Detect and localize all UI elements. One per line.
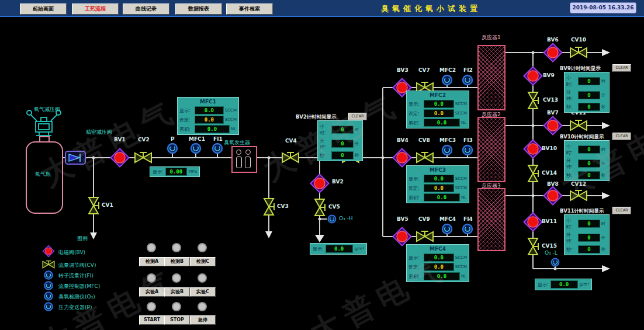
row-label: 累积: <box>179 126 193 133</box>
emergency-stop-button[interactable]: 急停 <box>190 315 216 325</box>
ozone-generator-lamp-icon <box>245 150 251 155</box>
bv11-label: BV11 <box>542 218 557 224</box>
ozone-generator-slot-icon <box>245 157 251 168</box>
cv11-valve-icon[interactable] <box>570 120 587 130</box>
setpoint-input[interactable]: 0.0 <box>424 263 454 271</box>
bv10-label: BV10 <box>542 145 557 151</box>
cv2-valve-icon[interactable] <box>135 152 151 162</box>
row-label: 秒: <box>566 104 577 110</box>
o3-low-sensor-icon <box>552 259 559 266</box>
unit-label: SCCM <box>225 117 237 122</box>
fi2-rotameter-icon <box>463 75 472 85</box>
row-label: 累积: <box>408 273 423 280</box>
bv9-timer-clear-button[interactable]: CLEAR <box>612 64 631 72</box>
bv2-timer-clear-button[interactable]: CLEAR <box>348 113 367 120</box>
experiment-a-button[interactable]: 实验A <box>139 287 165 297</box>
cv1-valve-icon[interactable] <box>89 197 99 214</box>
value-display: 0 <box>578 171 600 179</box>
bv9-valve-icon[interactable] <box>524 67 542 85</box>
row-label: 设定: <box>408 185 423 192</box>
cv8-valve-icon[interactable] <box>417 152 433 162</box>
value-display: 0.0 <box>424 175 454 183</box>
lamp-experiment-a <box>147 273 156 283</box>
bv6-valve-icon[interactable] <box>543 43 562 61</box>
cv3-valve-icon[interactable] <box>264 199 274 215</box>
bv8-valve-icon[interactable] <box>543 186 562 204</box>
row-label: 秒: <box>320 152 330 159</box>
experiment-b-button[interactable]: 实验B <box>164 287 190 297</box>
bv11-valve-icon[interactable] <box>524 213 542 231</box>
row-label: 设定: <box>408 264 423 270</box>
detect-b-button[interactable]: 检测B <box>164 257 190 266</box>
lamp-detect-c <box>198 243 207 252</box>
detect-a-button[interactable]: 检测A <box>139 257 165 266</box>
mfc4-instrument-icon <box>442 224 452 234</box>
cv10-valve-icon[interactable] <box>570 47 587 57</box>
mfc2-label: MFC2 <box>439 67 456 73</box>
bv2-valve-icon[interactable] <box>310 174 328 192</box>
bv5-valve-icon[interactable] <box>393 227 411 245</box>
unit-label: SCCM <box>455 255 467 260</box>
mfc3-panel: MFC3 显示:0.0SCCM 设定:0.0SCCM 累积:0.0NL <box>406 165 469 203</box>
bv11-timer-panel: 小时:0时 分钟:0分 秒:0秒 <box>564 214 610 255</box>
value-display: 0.0 <box>424 253 454 262</box>
setpoint-input[interactable]: 0.0 <box>424 109 454 117</box>
mfc1-panel: MFC1 显示:0.0SCCM 设定:0.0SCCM 累积:0.0NL <box>177 97 239 135</box>
setpoint-input[interactable]: 0.0 <box>424 184 454 192</box>
value-display: 0 <box>331 126 354 134</box>
row-label: 小时: <box>320 123 330 136</box>
mfc3-panel-title: MFC3 <box>408 167 467 173</box>
fi3-rotameter-icon <box>463 145 472 155</box>
cv7-label: CV7 <box>418 67 430 73</box>
unit-label: SCCM <box>225 108 237 113</box>
cv3-label: CV3 <box>277 203 289 209</box>
unit-label: 秒 <box>601 104 607 110</box>
start-button[interactable]: START <box>139 315 165 325</box>
cv13-valve-icon[interactable] <box>528 92 538 109</box>
row-label: 小时: <box>566 143 577 156</box>
cv12-valve-icon[interactable] <box>570 190 587 200</box>
bv11-timer-clear-button[interactable]: CLEAR <box>612 207 631 214</box>
o3-high-value: 0.0 <box>326 245 353 253</box>
lamp-start <box>147 302 156 311</box>
o3-low-value: 0.0 <box>550 280 578 289</box>
cv1-label: CV1 <box>102 202 113 208</box>
value-display: 0 <box>578 145 600 154</box>
bv4-valve-icon[interactable] <box>393 148 411 166</box>
value-display: 0 <box>578 103 600 111</box>
bv10-timer-clear-button[interactable]: CLEAR <box>612 133 631 140</box>
bv3-label: BV3 <box>397 67 408 73</box>
row-label: 显示: <box>179 107 193 114</box>
fi3-label: FI3 <box>463 137 473 143</box>
display-label: 显示: <box>313 246 324 252</box>
experiment-c-button[interactable]: 实验C <box>190 287 216 297</box>
legend-pressure-transmitter-icon <box>44 303 53 311</box>
legend-item-rotameter: 转子流量计(FI) <box>58 272 94 280</box>
unit-label: g/m³ <box>355 246 364 251</box>
fi1-label: FI1 <box>213 136 223 142</box>
cv14-valve-icon[interactable] <box>528 165 538 182</box>
hmi-screen: 起始画面 工艺流程 曲线记录 数据报表 事件检索 臭氧催化氧小试装置 2019-… <box>0 0 644 330</box>
bv1-valve-icon[interactable] <box>110 148 129 166</box>
bv10-valve-icon[interactable] <box>524 140 542 158</box>
value-display: 0 <box>578 220 600 228</box>
fi4-label: FI4 <box>463 216 473 222</box>
bv6-label: BV6 <box>547 37 559 43</box>
cv5-valve-icon[interactable] <box>315 199 325 216</box>
bv7-valve-icon[interactable] <box>543 116 562 134</box>
cv4-valve-icon[interactable] <box>282 152 299 162</box>
row-label: 秒: <box>566 172 577 179</box>
pressure-display: 显示: 0.00 MPa <box>150 166 200 177</box>
cv15-valve-icon[interactable] <box>528 238 538 255</box>
lamp-stop <box>172 302 181 311</box>
display-label: 显示: <box>538 282 549 288</box>
detect-c-button[interactable]: 检测C <box>190 257 216 266</box>
stop-button[interactable]: STOP <box>164 315 190 325</box>
unit-label: 分 <box>355 141 361 147</box>
unit-label: 时 <box>601 147 607 152</box>
o3-low-label: O₃ -L <box>545 250 558 256</box>
cv8-label: CV8 <box>418 137 430 143</box>
lamp-estop <box>198 302 207 311</box>
setpoint-input[interactable]: 0.0 <box>195 116 224 124</box>
cv9-valve-icon[interactable] <box>417 231 433 241</box>
